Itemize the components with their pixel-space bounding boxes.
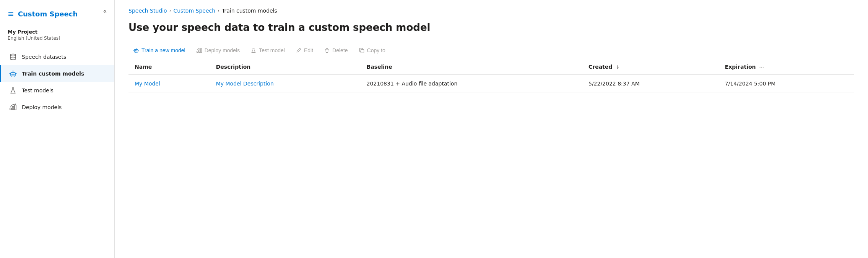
deploy-btn-icon [196, 47, 202, 53]
sidebar-item-deploy-models[interactable]: Deploy models [0, 99, 114, 116]
svg-rect-12 [197, 51, 198, 52]
test-model-label: Test model [259, 47, 285, 53]
cell-name[interactable]: My Model [128, 75, 210, 92]
col-baseline-label: Baseline [367, 64, 392, 70]
breadcrumb-custom-speech[interactable]: Custom Speech [173, 8, 215, 14]
collapse-icon: « [103, 8, 107, 14]
delete-label: Delete [332, 47, 348, 53]
svg-point-11 [136, 48, 137, 48]
robot-icon [9, 70, 17, 77]
cell-description: My Model Description [210, 75, 361, 92]
project-section: My Project English (United States) [0, 24, 114, 44]
sort-desc-icon: ↓ [616, 64, 619, 70]
more-options-icon: ··· [759, 65, 764, 70]
sidebar-item-label-speech-datasets: Speech datasets [22, 54, 66, 60]
table-header-row: Name Description Baseline Created ↓ Expi… [128, 59, 854, 75]
svg-point-3 [13, 74, 15, 75]
test-model-button[interactable]: Test model [246, 45, 289, 56]
col-header-description[interactable]: Description [210, 59, 361, 75]
pencil-icon [296, 47, 302, 53]
project-label: My Project [8, 29, 107, 35]
svg-rect-15 [361, 49, 364, 53]
edit-label: Edit [304, 47, 313, 53]
col-header-name[interactable]: Name [128, 59, 210, 75]
col-expiration-label: Expiration [725, 64, 756, 70]
col-header-created[interactable]: Created ↓ [582, 59, 719, 75]
sidebar-item-label-test-models: Test models [22, 87, 54, 94]
flask-btn-icon [250, 47, 257, 53]
svg-rect-14 [200, 48, 202, 52]
svg-point-2 [11, 74, 13, 75]
main-content: Speech Studio › Custom Speech › Train cu… [115, 0, 868, 258]
cell-created: 5/22/2022 8:37 AM [582, 75, 719, 92]
sidebar-item-label-deploy-models: Deploy models [22, 104, 62, 110]
breadcrumb-sep-2: › [218, 8, 219, 13]
svg-rect-7 [15, 105, 16, 110]
col-name-label: Name [135, 64, 152, 70]
col-header-expiration[interactable]: Expiration ··· [719, 59, 854, 75]
menu-icon: ≡ [8, 9, 14, 18]
project-sublabel: English (United States) [8, 35, 107, 41]
models-table: Name Description Baseline Created ↓ Expi… [128, 59, 854, 92]
train-new-model-button[interactable]: Train a new model [128, 45, 190, 56]
svg-point-0 [10, 54, 16, 56]
svg-point-9 [135, 50, 136, 51]
sidebar-item-label-train-custom-models: Train custom models [22, 71, 84, 77]
deploy-models-button[interactable]: Deploy models [192, 45, 245, 56]
copy-to-button[interactable]: Copy to [354, 45, 390, 56]
trash-icon [324, 47, 330, 53]
cell-baseline: 20210831 + Audio file adaptation [361, 75, 582, 92]
breadcrumb-sep-1: › [169, 8, 171, 13]
breadcrumb-current: Train custom models [222, 8, 277, 14]
sidebar: « ≡ Custom Speech My Project English (Un… [0, 0, 115, 258]
train-new-model-label: Train a new model [141, 47, 185, 53]
cell-expiration: 7/14/2024 5:00 PM [719, 75, 854, 92]
page-title: Use your speech data to train a custom s… [115, 18, 868, 42]
col-description-label: Description [216, 64, 251, 70]
toolbar: Train a new model Deploy models Test [115, 42, 868, 59]
sidebar-item-train-custom-models[interactable]: Train custom models [0, 65, 114, 82]
svg-rect-13 [198, 50, 200, 52]
sidebar-logo-text: Custom Speech [18, 10, 78, 18]
flask-icon [9, 87, 17, 94]
models-table-container: Name Description Baseline Created ↓ Expi… [115, 59, 868, 258]
sidebar-collapse-button[interactable]: « [102, 6, 108, 16]
table-body: My Model My Model Description 20210831 +… [128, 75, 854, 92]
train-icon [133, 47, 139, 53]
sidebar-item-speech-datasets[interactable]: Speech datasets [0, 48, 114, 65]
table-row[interactable]: My Model My Model Description 20210831 +… [128, 75, 854, 92]
copy-to-label: Copy to [367, 47, 385, 53]
deploy-models-label: Deploy models [205, 47, 240, 53]
deploy-icon [9, 103, 17, 111]
svg-rect-8 [134, 49, 138, 52]
sidebar-item-test-models[interactable]: Test models [0, 82, 114, 99]
delete-button[interactable]: Delete [319, 45, 352, 56]
svg-point-4 [13, 71, 13, 71]
copy-icon [359, 47, 365, 53]
breadcrumb: Speech Studio › Custom Speech › Train cu… [115, 0, 868, 18]
col-header-baseline[interactable]: Baseline [361, 59, 582, 75]
sidebar-nav: Speech datasets Train custom models [0, 48, 114, 116]
svg-rect-6 [12, 106, 14, 110]
breadcrumb-speech-studio[interactable]: Speech Studio [128, 8, 167, 14]
edit-button[interactable]: Edit [291, 45, 318, 56]
svg-point-10 [137, 50, 137, 51]
cylinder-icon [9, 53, 17, 61]
col-created-label: Created [588, 64, 612, 70]
sidebar-logo-row: ≡ Custom Speech [0, 0, 114, 24]
svg-rect-5 [10, 108, 11, 110]
svg-rect-1 [11, 73, 15, 76]
